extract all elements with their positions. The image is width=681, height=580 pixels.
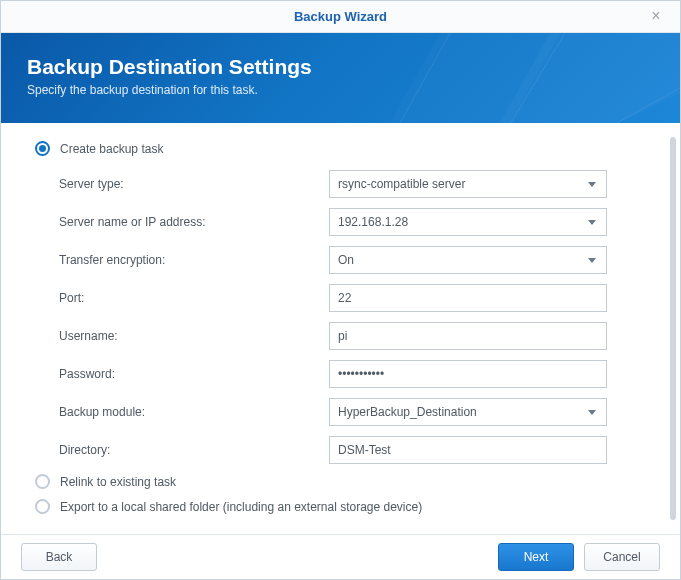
row-module: Backup module: HyperBackup_Destination [59, 398, 652, 426]
username-input[interactable] [338, 329, 598, 343]
option-relink[interactable]: Relink to existing task [35, 474, 652, 489]
radio-icon [35, 499, 50, 514]
server-name-combo[interactable]: 192.168.1.28 [329, 208, 607, 236]
cancel-button[interactable]: Cancel [584, 543, 660, 571]
username-label: Username: [59, 329, 329, 343]
next-button[interactable]: Next [498, 543, 574, 571]
port-input[interactable] [338, 291, 598, 305]
port-input-wrap[interactable] [329, 284, 607, 312]
row-server-name: Server name or IP address: 192.168.1.28 [59, 208, 652, 236]
encryption-value: On [338, 253, 354, 267]
directory-input-wrap[interactable] [329, 436, 607, 464]
scrollbar[interactable] [670, 137, 676, 520]
server-name-label: Server name or IP address: [59, 215, 329, 229]
wizard-window: Backup Wizard × Backup Destination Setti… [0, 0, 681, 580]
password-input[interactable] [338, 367, 598, 381]
option-export-label: Export to a local shared folder (includi… [60, 500, 422, 514]
radio-icon [35, 141, 50, 156]
server-type-label: Server type: [59, 177, 329, 191]
titlebar: Backup Wizard × [1, 1, 680, 33]
create-task-form: Server type: rsync-compatible server Ser… [59, 170, 652, 464]
other-options: Relink to existing task Export to a loca… [29, 474, 652, 514]
server-name-value: 192.168.1.28 [338, 215, 408, 229]
directory-label: Directory: [59, 443, 329, 457]
radio-icon [35, 474, 50, 489]
body-wrap: Create backup task Server type: rsync-co… [1, 123, 680, 534]
row-username: Username: [59, 322, 652, 350]
close-icon[interactable]: × [640, 1, 672, 33]
row-port: Port: [59, 284, 652, 312]
module-label: Backup module: [59, 405, 329, 419]
row-encryption: Transfer encryption: On [59, 246, 652, 274]
encryption-label: Transfer encryption: [59, 253, 329, 267]
username-input-wrap[interactable] [329, 322, 607, 350]
back-button[interactable]: Back [21, 543, 97, 571]
port-label: Port: [59, 291, 329, 305]
module-value: HyperBackup_Destination [338, 405, 477, 419]
option-create-label: Create backup task [60, 142, 163, 156]
encryption-select[interactable]: On [329, 246, 607, 274]
option-export[interactable]: Export to a local shared folder (includi… [35, 499, 652, 514]
banner: Backup Destination Settings Specify the … [1, 33, 680, 123]
body: Create backup task Server type: rsync-co… [1, 123, 680, 534]
banner-deco [380, 33, 680, 123]
row-server-type: Server type: rsync-compatible server [59, 170, 652, 198]
server-type-select[interactable]: rsync-compatible server [329, 170, 607, 198]
option-relink-label: Relink to existing task [60, 475, 176, 489]
row-directory: Directory: [59, 436, 652, 464]
module-select[interactable]: HyperBackup_Destination [329, 398, 607, 426]
window-title: Backup Wizard [294, 9, 387, 24]
row-password: Password: [59, 360, 652, 388]
password-input-wrap[interactable] [329, 360, 607, 388]
directory-input[interactable] [338, 443, 598, 457]
server-type-value: rsync-compatible server [338, 177, 465, 191]
password-label: Password: [59, 367, 329, 381]
option-create-task[interactable]: Create backup task [35, 141, 652, 156]
footer: Back Next Cancel [1, 534, 680, 579]
